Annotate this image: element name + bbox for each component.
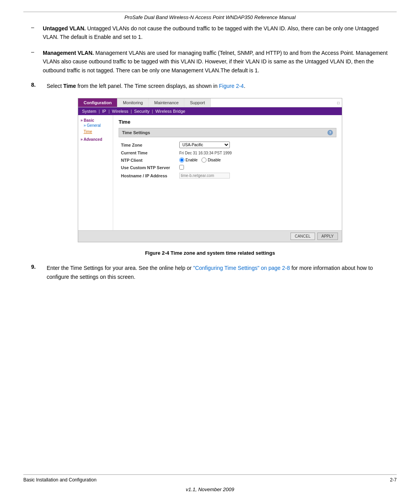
- sub-nav: System | IP | Wireless | Security | Wire…: [78, 107, 342, 115]
- footer-center: v1.1, November 2009: [23, 486, 397, 492]
- footer-right: 2-7: [390, 477, 397, 483]
- timezone-select[interactable]: USA-Pacific: [179, 142, 230, 148]
- header-title-text: ProSafe Dual Band Wireless-N Access Poin…: [124, 14, 296, 20]
- configuring-time-link[interactable]: "Configuring Time Settings" on page 2-8: [193, 265, 290, 271]
- nav-bar: Configuration Monitoring Maintenance Sup…: [78, 98, 342, 107]
- form-table: Time Zone USA-Pacific Current Time Fri D…: [119, 140, 336, 180]
- form-label-custom-ntp: Use Custom NTP Server: [119, 164, 177, 172]
- sub-nav-system[interactable]: System: [82, 109, 96, 114]
- management-vlan-label: Management VLAN.: [43, 50, 94, 56]
- sidebar-advanced[interactable]: » Advanced: [80, 137, 110, 142]
- cancel-button[interactable]: CANCEL: [290, 233, 315, 240]
- page-footer: Basic Installation and Configuration 2-7…: [23, 474, 397, 492]
- sub-nav-wireless-bridge[interactable]: Wireless Bridge: [155, 109, 185, 114]
- ntp-enable-label: Enable: [179, 158, 198, 163]
- untagged-vlan-label: Untagged VLAN.: [43, 25, 86, 32]
- sub-nav-wireless[interactable]: Wireless: [112, 109, 128, 114]
- step-8-number: 8.: [31, 82, 47, 88]
- ui-screenshot: Configuration Monitoring Maintenance Sup…: [78, 98, 342, 242]
- ntp-disable-text: Disable: [208, 158, 220, 162]
- help-icon[interactable]: ?: [327, 130, 333, 135]
- ntp-enable-radio[interactable]: [179, 158, 184, 163]
- ui-section-header: Time Settings ?: [119, 128, 336, 137]
- bullet-text-1: Untagged VLAN. Untagged VLANs do not cau…: [43, 24, 389, 42]
- form-value-timezone: USA-Pacific: [177, 140, 336, 149]
- form-row-current-time: Current Time Fri Dec 31 16:33:34 PST 199…: [119, 149, 336, 156]
- sidebar-basic-label[interactable]: » Basic: [80, 118, 110, 122]
- sidebar-general[interactable]: » General: [80, 122, 110, 129]
- ui-content-panel: Time Time Settings ? Time Zone USA-Pacif…: [113, 115, 342, 230]
- ntp-disable-label: Disable: [201, 158, 220, 163]
- step-9-pre: Enter the Time Settings for your area. S…: [47, 265, 193, 271]
- footer-left: Basic Installation and Configuration: [23, 477, 96, 483]
- form-row-ntp-client: NTP Client Enable Disable: [119, 156, 336, 164]
- bullet-dash-2: –: [31, 49, 43, 55]
- form-row-hostname: Hostname / IP Address: [119, 172, 336, 180]
- ui-page-title: Time: [119, 119, 336, 125]
- step-8-mid: from the left panel. The Time screen dis…: [76, 83, 219, 89]
- ntp-radio-group: Enable Disable: [179, 158, 334, 163]
- bullet-untagged-vlan: – Untagged VLAN. Untagged VLANs do not c…: [31, 24, 389, 42]
- form-row-timezone: Time Zone USA-Pacific: [119, 140, 336, 149]
- bullet-management-vlan: – Management VLAN. Management VLANs are …: [31, 49, 389, 75]
- step-8-text: Select Time from the left panel. The Tim…: [47, 82, 245, 90]
- form-value-ntp-client: Enable Disable: [177, 156, 336, 164]
- sep-3: |: [131, 109, 132, 114]
- tab-configuration[interactable]: Configuration: [78, 98, 117, 107]
- ntp-disable-radio[interactable]: [201, 158, 206, 163]
- hostname-input[interactable]: [179, 173, 230, 178]
- current-time-value: Fri Dec 31 16:33:34 PST 1999: [179, 151, 232, 155]
- form-value-hostname: [177, 172, 336, 180]
- window-icon: □: [337, 101, 342, 105]
- step-8: 8. Select Time from the left panel. The …: [31, 82, 389, 90]
- step-9-number: 9.: [31, 264, 47, 270]
- form-row-custom-ntp: Use Custom NTP Server: [119, 164, 336, 172]
- form-label-current-time: Current Time: [119, 149, 177, 156]
- spacer: [119, 180, 336, 226]
- figure-2-4-link[interactable]: Figure 2-4: [219, 83, 244, 89]
- figure-caption: Figure 2-4 Time zone and system time rel…: [31, 250, 389, 256]
- untagged-vlan-text: Untagged VLANs do not cause the outbound…: [43, 25, 379, 40]
- tab-support[interactable]: Support: [184, 98, 211, 107]
- page-header: ProSafe Dual Band Wireless-N Access Poin…: [23, 12, 397, 20]
- ui-sidebar: » Basic » General Time » Advanced: [78, 115, 113, 230]
- tab-maintenance[interactable]: Maintenance: [149, 98, 184, 107]
- step-9-text: Enter the Time Settings for your area. S…: [47, 264, 389, 281]
- step-8-pre: Select: [47, 83, 63, 89]
- step-9: 9. Enter the Time Settings for your area…: [31, 264, 389, 281]
- form-label-hostname: Hostname / IP Address: [119, 172, 177, 180]
- sidebar-time[interactable]: Time: [80, 129, 110, 135]
- management-vlan-text: Management VLANs are used for managing t…: [43, 50, 388, 74]
- sidebar-basic-section: » Basic » General Time: [80, 118, 110, 135]
- step-8-bold: Time: [63, 83, 76, 89]
- sub-nav-security[interactable]: Security: [134, 109, 150, 114]
- form-label-ntp-client: NTP Client: [119, 156, 177, 164]
- sep-1: |: [99, 109, 100, 114]
- bullet-dash-1: –: [31, 24, 43, 30]
- tab-monitoring[interactable]: Monitoring: [117, 98, 149, 107]
- form-value-current-time: Fri Dec 31 16:33:34 PST 1999: [177, 149, 336, 156]
- sep-4: |: [152, 109, 153, 114]
- form-value-custom-ntp: [177, 164, 336, 172]
- apply-button[interactable]: APPLY: [317, 233, 338, 240]
- sub-nav-ip[interactable]: IP: [102, 109, 106, 114]
- bullet-text-2: Management VLAN. Management VLANs are us…: [43, 49, 389, 75]
- footer-line: Basic Installation and Configuration 2-7: [23, 474, 397, 483]
- step-8-end: .: [244, 83, 245, 89]
- ntp-enable-text: Enable: [186, 158, 198, 162]
- custom-ntp-checkbox[interactable]: [179, 165, 184, 170]
- footer-version: v1.1, November 2009: [186, 486, 234, 492]
- sep-2: |: [108, 109, 110, 114]
- section-header-label: Time Settings: [122, 130, 150, 135]
- ui-footer: CANCEL APPLY: [78, 230, 342, 242]
- form-label-timezone: Time Zone: [119, 140, 177, 149]
- ui-main: » Basic » General Time » Advanced Time T…: [78, 115, 342, 230]
